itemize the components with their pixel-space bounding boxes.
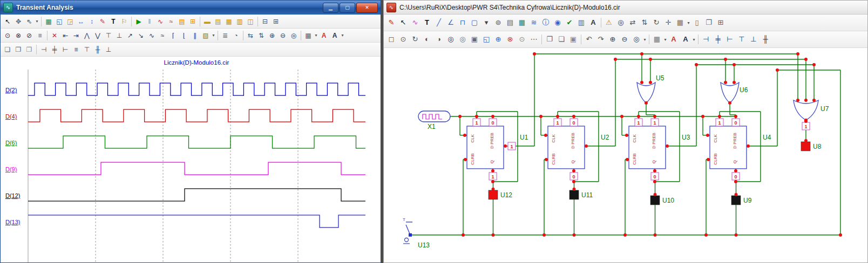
align-bottom-icon[interactable]: ⊥ <box>103 44 114 55</box>
grid-icon[interactable]: ▦ <box>674 17 686 29</box>
clear-accumulated-icon[interactable]: ✕ <box>49 30 60 41</box>
gate-U5[interactable] <box>637 82 655 103</box>
component-dropdown-icon[interactable]: ▾ <box>480 17 492 29</box>
indicator-U9[interactable] <box>731 196 741 205</box>
align-right-icon[interactable]: ⊢ <box>724 33 736 45</box>
plot-three-pane-icon[interactable]: ▦ <box>223 16 234 27</box>
flipflop-U3[interactable]: CLKCLRBD PREBQ <box>629 126 666 169</box>
waveform-trace-D(4)[interactable] <box>28 109 365 122</box>
remove-plot-icon[interactable]: ⊟ <box>260 16 270 27</box>
label-U8[interactable]: U8 <box>813 143 822 150</box>
text-tool-icon[interactable]: T <box>108 16 119 27</box>
title-block-icon[interactable]: ❐ <box>703 17 715 29</box>
font-icon[interactable]: A <box>329 30 340 41</box>
wave-probe-icon[interactable]: ≋ <box>528 17 540 29</box>
label-U1[interactable]: U1 <box>520 134 528 141</box>
rotate-left-icon[interactable]: ↻ <box>409 33 421 45</box>
label-U10[interactable]: U10 <box>662 197 674 204</box>
pan-hand-icon[interactable]: ✥ <box>13 16 24 27</box>
waveform-trace-D(6)[interactable] <box>28 136 365 148</box>
plot-single-icon[interactable]: ▬ <box>202 16 213 27</box>
zoom-area-icon[interactable]: ◎ <box>630 33 642 45</box>
help-point-icon[interactable]: ◉ <box>552 17 564 29</box>
flipflop-U1[interactable]: CLKCLRBD PREBQ <box>467 126 504 169</box>
model-doc-icon[interactable]: ▥ <box>575 17 587 29</box>
align-top-icon[interactable]: ⊤ <box>736 33 748 45</box>
annotate-pencil-icon[interactable]: ✎ <box>97 16 108 27</box>
label-U12[interactable]: U12 <box>500 191 512 199</box>
fall-edge-icon[interactable]: ↘ <box>135 30 146 41</box>
minimize-button[interactable]: ▁ <box>323 3 338 13</box>
auto-scale-y-icon[interactable]: ⇅ <box>256 30 267 41</box>
find-part-icon[interactable]: ◎ <box>615 17 627 29</box>
mirror-y-icon[interactable]: ◑ <box>433 33 445 45</box>
help-spot-icon[interactable]: ⊕ <box>492 33 504 45</box>
trace-label-D(12)[interactable]: D(12) <box>5 192 21 199</box>
close-button[interactable]: ✕ <box>356 3 378 13</box>
copy-icon[interactable]: ❐ <box>544 33 555 45</box>
region-box-icon[interactable]: ◱ <box>480 33 492 45</box>
grid-options-icon[interactable]: ▦ <box>303 30 314 41</box>
label-U5[interactable]: U5 <box>656 74 664 82</box>
switch-U13[interactable]: T <box>403 217 412 244</box>
zoom-out-icon[interactable]: ⊖ <box>277 30 288 41</box>
flipflop-U4[interactable]: CLKCLRBD PREBQ <box>710 126 747 169</box>
waveform-buffer-icon[interactable]: ▤ <box>177 16 187 27</box>
auto-scale-x-icon[interactable]: ⇆ <box>245 30 256 41</box>
rise-edge-icon[interactable]: ↗ <box>125 30 135 41</box>
label-U13[interactable]: U13 <box>418 241 430 249</box>
copy-graph-icon[interactable]: ❐ <box>13 44 24 55</box>
align-right-icon[interactable]: ⊢ <box>60 44 71 55</box>
flip-vertical-icon[interactable]: ⇅ <box>639 17 650 29</box>
schematic-canvas[interactable]: X1U5U6U7CLKCLRBD PREBQ1011U1CLKCLRBD PRE… <box>384 48 867 262</box>
cursor-tracker-icon[interactable]: ∥ <box>189 30 200 41</box>
paste-icon[interactable]: ▣ <box>567 33 579 45</box>
plot-overlay-icon[interactable]: ▥ <box>234 16 245 27</box>
trace-label-D(2)[interactable]: D(2) <box>5 87 17 93</box>
bus-wire-icon[interactable]: ⊓ <box>457 17 469 29</box>
add-plot-icon[interactable]: ⊞ <box>270 16 281 27</box>
trace-label-D(6)[interactable]: D(6) <box>5 140 17 146</box>
undo-icon[interactable]: ↶ <box>583 33 595 45</box>
font-icon[interactable]: A <box>680 33 691 45</box>
pause-icon[interactable]: ‖ <box>144 16 155 27</box>
waveform-trace-D(12)[interactable] <box>28 189 365 201</box>
scale-mode-icon[interactable]: ◲ <box>65 16 76 27</box>
global-low-icon[interactable]: ⌊ <box>179 30 189 41</box>
right-titlebar[interactable]: ∿ C:\Users\RuRiX\Desktop\PWR S4\Technika… <box>384 1 867 15</box>
warning-icon[interactable]: ⚠ <box>603 17 615 29</box>
page-setup-icon[interactable]: ❏ <box>2 44 13 55</box>
junction-mode-icon[interactable]: ⊙ <box>516 33 528 45</box>
zoom-in-icon[interactable]: ⊕ <box>607 33 619 45</box>
info-icon[interactable]: ⓘ <box>540 17 552 29</box>
font-dropdown[interactable]: ▾ <box>340 33 345 38</box>
display-monitor-icon[interactable]: ▢ <box>469 17 480 29</box>
gate-U7[interactable] <box>794 100 818 120</box>
flip-horizontal-icon[interactable]: ⇄ <box>627 17 639 29</box>
label-U9[interactable]: U9 <box>743 197 752 204</box>
tag-flag-icon[interactable]: ⚐ <box>119 16 130 27</box>
analysis-limits-icon[interactable]: ≈ <box>166 16 177 27</box>
align-top-icon[interactable]: ⊤ <box>82 44 92 55</box>
run-icon[interactable]: ▶ <box>133 16 144 27</box>
zoom-area-dropdown[interactable]: ▾ <box>642 37 647 42</box>
find-next-icon[interactable]: ◎ <box>457 33 469 45</box>
indicator-U12[interactable] <box>489 190 498 199</box>
global-high-icon[interactable]: ⌈ <box>168 30 179 41</box>
wire-mode-icon[interactable]: ╱ <box>433 17 445 29</box>
wave-source-icon[interactable]: ∿ <box>409 17 421 29</box>
add-page-icon[interactable]: ⊞ <box>715 17 727 29</box>
waveform-trace-D(13)[interactable] <box>28 215 365 227</box>
sheet-border-icon[interactable]: ▯ <box>691 17 703 29</box>
waveform-plot-area[interactable]: Licznik(D)-Modulo16.cirD(2)D(4)D(6)D(9)D… <box>1 57 380 262</box>
clock-source-X1[interactable] <box>418 111 450 122</box>
go-left-icon[interactable]: ⇤ <box>60 30 71 41</box>
peak-icon[interactable]: ⋀ <box>82 30 92 41</box>
zoom-out-icon[interactable]: ⊖ <box>619 33 630 45</box>
trace-label-D(13)[interactable]: D(13) <box>5 219 21 225</box>
find-icon[interactable]: ◎ <box>445 33 457 45</box>
label-U4[interactable]: U4 <box>763 134 771 141</box>
select-region-icon[interactable]: ◻ <box>385 33 397 45</box>
spreadsheet-icon[interactable]: ▦ <box>516 17 528 29</box>
gate-U6[interactable] <box>721 82 739 103</box>
